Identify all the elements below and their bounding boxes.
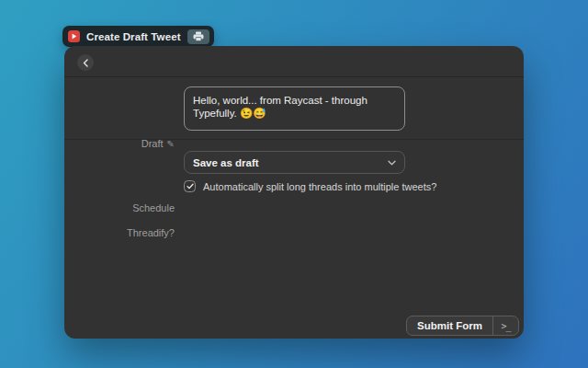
desktop-background: Create Draft Tweet Draft ✎ Hello, world.… xyxy=(0,0,588,368)
command-tab-title: Create Draft Tweet xyxy=(86,31,181,42)
chevron-left-icon xyxy=(83,59,89,67)
command-tab[interactable]: Create Draft Tweet xyxy=(62,26,214,47)
printer-icon xyxy=(193,31,204,41)
check-icon xyxy=(187,183,194,190)
submit-group: Submit Form >_ xyxy=(406,316,519,336)
schedule-dropdown[interactable]: Save as draft xyxy=(184,151,405,174)
threadify-label-text: Threadify? xyxy=(127,227,175,238)
threadify-checkbox-label: Automatically split long threads into mu… xyxy=(203,181,436,192)
pencil-icon: ✎ xyxy=(167,139,175,149)
terminal-prompt-icon[interactable]: >_ xyxy=(493,316,518,335)
threadify-field-label: Threadify? xyxy=(64,227,175,238)
back-button[interactable] xyxy=(77,54,94,71)
typefully-app-icon xyxy=(68,30,80,42)
submit-form-button[interactable]: Submit Form xyxy=(407,316,492,335)
printer-badge-button[interactable] xyxy=(187,29,209,44)
schedule-field-label: Schedule xyxy=(64,202,175,213)
threadify-checkbox[interactable] xyxy=(184,180,196,192)
draft-input[interactable]: Hello, world... from Raycast - through T… xyxy=(184,86,405,131)
schedule-label-text: Schedule xyxy=(132,202,175,213)
header-divider xyxy=(64,76,524,77)
schedule-dropdown-value: Save as draft xyxy=(193,157,388,168)
section-divider xyxy=(64,139,524,140)
raycast-window: Draft ✎ Hello, world... from Raycast - t… xyxy=(64,46,524,339)
chevron-down-icon xyxy=(388,160,396,166)
